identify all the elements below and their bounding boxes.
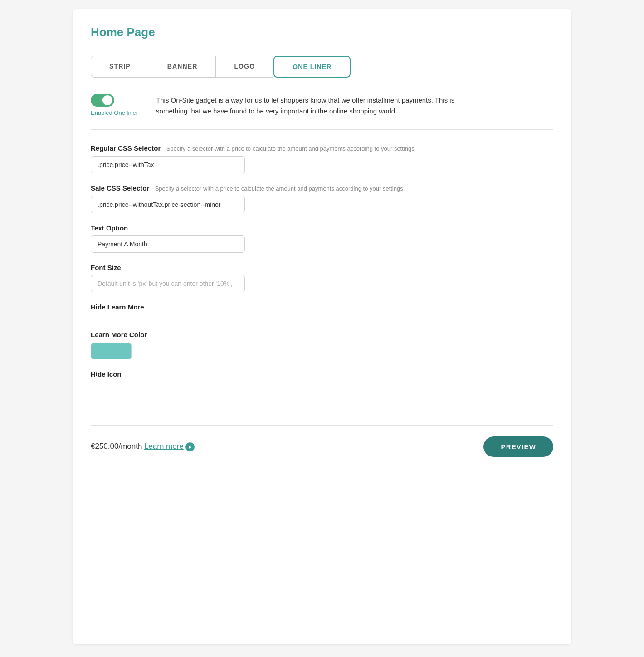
page-container: Home Page STRIP BANNER LOGO ONE LINER En…	[73, 9, 571, 644]
learn-more-color-swatch[interactable]	[91, 343, 132, 359]
tab-one-liner[interactable]: ONE LINER	[273, 56, 351, 78]
tab-strip[interactable]: STRIP	[91, 56, 149, 78]
page-title: Home Page	[91, 25, 553, 39]
hide-learn-more-field-group: Hide Learn More	[91, 303, 553, 320]
tab-logo[interactable]: LOGO	[216, 56, 273, 78]
learn-more-color-field-group: Learn More Color	[91, 331, 553, 359]
description-text: This On-Site gadget is a way for us to l…	[156, 94, 464, 117]
main-toggle[interactable]	[91, 94, 114, 107]
regular-css-field-group: Regular CSS Selector Specify a selector …	[91, 144, 553, 173]
preview-learn-more-link[interactable]: Learn more	[144, 442, 195, 451]
sale-css-hint: Specify a selector with a price to calcu…	[155, 185, 403, 192]
regular-css-label-row: Regular CSS Selector Specify a selector …	[91, 144, 553, 152]
tab-navigation: STRIP BANNER LOGO ONE LINER	[91, 56, 553, 78]
regular-css-label: Regular CSS Selector	[91, 144, 161, 152]
section-divider	[91, 129, 553, 130]
hide-icon-label: Hide Icon	[91, 370, 553, 378]
learn-more-text: Learn more	[144, 442, 184, 451]
tab-banner[interactable]: BANNER	[149, 56, 216, 78]
text-option-field-group: Text Option	[91, 224, 553, 253]
preview-price-text: €250.00/month	[91, 442, 142, 451]
learn-more-arrow-icon	[185, 442, 195, 451]
learn-more-color-label: Learn More Color	[91, 331, 553, 338]
regular-css-hint: Specify a selector with a price to calcu…	[166, 145, 415, 152]
preview-button[interactable]: PREVIEW	[483, 436, 553, 457]
text-option-input[interactable]	[91, 235, 245, 253]
regular-css-input[interactable]	[91, 156, 245, 173]
sale-css-input[interactable]	[91, 196, 245, 213]
main-toggle-label: Enabled One liner	[91, 109, 138, 116]
toggle-description-row: Enabled One liner This On-Site gadget is…	[91, 94, 553, 117]
main-toggle-section: Enabled One liner	[91, 94, 138, 116]
sale-css-field-group: Sale CSS Selector Specify a selector wit…	[91, 184, 553, 213]
sale-css-label-row: Sale CSS Selector Specify a selector wit…	[91, 184, 553, 192]
font-size-label: Font Size	[91, 264, 553, 271]
hide-icon-field-group: Hide Icon	[91, 370, 553, 387]
hide-learn-more-label: Hide Learn More	[91, 303, 553, 311]
preview-bar: €250.00/month Learn more PREVIEW	[91, 425, 553, 457]
form-section: Regular CSS Selector Specify a selector …	[91, 144, 553, 407]
sale-css-label: Sale CSS Selector	[91, 184, 149, 192]
font-size-field-group: Font Size	[91, 264, 553, 292]
font-size-input[interactable]	[91, 275, 245, 292]
preview-price-area: €250.00/month Learn more	[91, 442, 195, 451]
text-option-label: Text Option	[91, 224, 553, 232]
